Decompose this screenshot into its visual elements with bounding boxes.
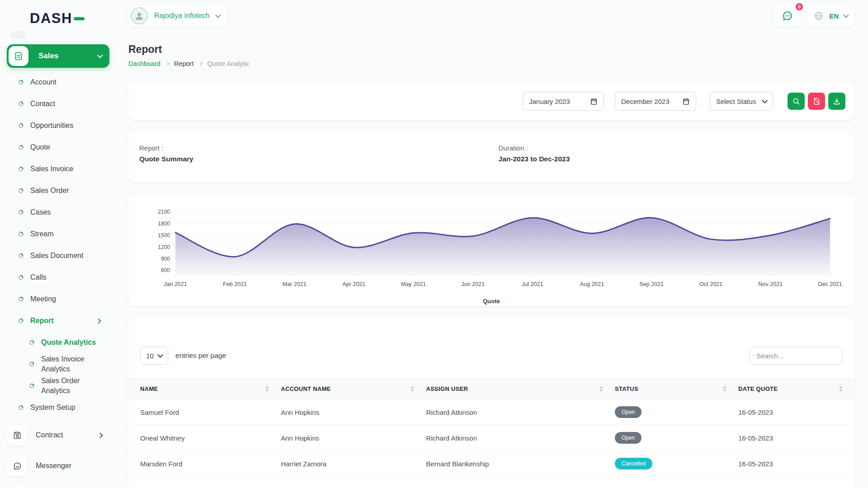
apply-search-button[interactable] [788, 93, 805, 110]
sidebar-item-label: Sales Order Analytics [41, 376, 104, 395]
sidebar-item-stream[interactable]: Stream [0, 223, 118, 245]
brand-logo-text: DASH [30, 10, 72, 27]
topbar: Rajodiya infotech 0 EN [128, 0, 854, 32]
table-row[interactable]: Oneal Whitney Ann Hopkins Richard Atkins… [128, 425, 854, 451]
messenger-button[interactable]: 0 [774, 5, 801, 27]
sidebar-item-meeting[interactable]: Meeting [0, 288, 118, 310]
cell-status: Cancelled [615, 451, 738, 477]
sidebar-item-quote-analytics[interactable]: Quote Analytics [0, 332, 118, 353]
company-selector[interactable]: Rajodiya infotech [128, 5, 227, 27]
cell-user: Bernard Blankenship [426, 451, 615, 477]
bullet-icon [18, 253, 24, 258]
sidebar-item-calls[interactable]: Calls [0, 267, 118, 288]
sidebar-item-quote[interactable]: Quote [0, 136, 118, 158]
chevron-down-icon [157, 352, 163, 358]
entries-per-page-select[interactable]: 10 [140, 347, 168, 365]
sidebar-menu: Account Contact Opportunities Quote Sale… [0, 71, 118, 488]
chart-legend: Quote [139, 298, 844, 305]
sort-icon[interactable] [410, 386, 414, 392]
svg-text:May 2021: May 2021 [401, 281, 426, 287]
bullet-icon [18, 123, 24, 128]
breadcrumb-report[interactable]: Report [174, 60, 194, 67]
entries-per-page-label: entries per page [175, 352, 226, 360]
download-icon [833, 97, 841, 105]
start-date-value: January 2023 [529, 98, 570, 105]
start-date-input[interactable]: January 2023 [523, 92, 604, 111]
sort-icon[interactable] [265, 386, 269, 392]
clear-filter-button[interactable] [808, 93, 825, 110]
page-title: Report [128, 43, 854, 56]
sidebar-item-label: Cases [30, 208, 51, 216]
end-date-value: December 2023 [621, 98, 670, 105]
table-row[interactable]: Samuel Ford Ann Hopkins Richard Atkinson… [128, 399, 854, 425]
chat-dots-dots [782, 10, 793, 22]
sort-icon[interactable] [839, 386, 843, 392]
sidebar-item-label: Account [30, 78, 57, 86]
cell-status: Open [615, 425, 738, 451]
breadcrumb-dashboard[interactable]: Dashboard [128, 60, 160, 67]
sidebar-item-sales-invoice[interactable]: Sales Invoice [0, 158, 118, 180]
column-header-assign-user[interactable]: ASSIGN USER [426, 379, 615, 399]
receipt-icon [9, 46, 28, 66]
sidebar-item-label: Calls [30, 273, 47, 282]
monitor-icon [7, 486, 28, 488]
sidebar-item-sales-invoice-analytics[interactable]: Sales Invoice Analytics [0, 353, 118, 375]
column-header-name[interactable]: NAME [128, 379, 281, 399]
cell-name: Oneal Whitney [128, 425, 281, 451]
sidebar-item-system-setup[interactable]: System Setup [0, 397, 118, 418]
sidebar-group-assets[interactable]: Assets [0, 483, 118, 488]
sidebar-item-contact[interactable]: Contact [0, 93, 118, 115]
status-badge: Open [615, 406, 642, 418]
column-header-status[interactable]: STATUS [615, 379, 738, 399]
svg-text:Apr 2021: Apr 2021 [343, 281, 366, 287]
bullet-icon [18, 296, 24, 302]
entries-per-page-value: 10 [146, 352, 154, 360]
table-search-input[interactable] [750, 347, 843, 365]
cell-account: Harriet Zamora [281, 451, 426, 477]
sort-icon[interactable] [723, 386, 726, 392]
sidebar-item-cases[interactable]: Cases [0, 202, 118, 223]
sort-icon[interactable] [599, 386, 603, 392]
brand-logo-dash-icon [74, 17, 85, 20]
topbar-actions: 0 EN [774, 5, 854, 27]
bullet-icon [18, 80, 24, 85]
svg-text:Mar 2021: Mar 2021 [283, 281, 307, 287]
sidebar-item-label: Sales Order [30, 187, 69, 195]
search-icon [792, 97, 800, 105]
download-button[interactable] [828, 93, 845, 110]
sidebar-item-sales-order-analytics[interactable]: Sales Order Analytics [0, 375, 118, 397]
sidebar-item-label: Report [30, 317, 54, 325]
scrolled-item-ghost [10, 31, 26, 39]
end-date-input[interactable]: December 2023 [615, 92, 696, 111]
sidebar-item-label: Contract [36, 431, 63, 439]
chevron-down-icon [762, 98, 768, 103]
sidebar-item-sales-order[interactable]: Sales Order [0, 180, 118, 202]
svg-text:Dec 2021: Dec 2021 [818, 281, 842, 287]
language-selector[interactable]: EN [807, 5, 854, 27]
sidebar-item-label: Sales Invoice [30, 165, 73, 173]
sidebar-group-sales[interactable]: Sales [7, 44, 109, 68]
table-row[interactable]: Marsden Ford Harriet Zamora Bernard Blan… [128, 451, 854, 477]
chevron-right-icon [165, 62, 169, 66]
table-header-row: NAME ACCOUNT NAME ASSIGN USER STATUS DAT [128, 379, 854, 399]
chevron-right-icon [97, 432, 103, 438]
report-summary-left: Report : Quote Summary [139, 144, 499, 170]
status-select[interactable]: Select Status [710, 92, 773, 111]
bullet-icon [18, 275, 24, 280]
sidebar-item-account[interactable]: Account [0, 71, 118, 93]
cell-name: Marsden Ford [128, 451, 281, 477]
column-header-date-quote[interactable]: DATE QUOTE [738, 379, 854, 399]
chat-bubble-icon [7, 455, 28, 476]
brand-logo[interactable]: DASH [30, 11, 118, 26]
bullet-icon [18, 188, 24, 193]
sidebar-group-messenger[interactable]: Messenger [0, 452, 118, 480]
sidebar: DASH Sales Account Contact [0, 0, 118, 488]
column-header-account-name[interactable]: ACCOUNT NAME [281, 379, 426, 399]
sidebar-item-report[interactable]: Report [0, 310, 118, 332]
bullet-icon [18, 101, 24, 107]
sidebar-item-sales-document[interactable]: Sales Document [0, 245, 118, 267]
sidebar-group-contract[interactable]: Contract [0, 421, 118, 449]
sidebar-item-label: Stream [30, 230, 54, 238]
sidebar-item-opportunities[interactable]: Opportunities [0, 115, 118, 136]
sidebar-item-label: System Setup [30, 404, 75, 412]
